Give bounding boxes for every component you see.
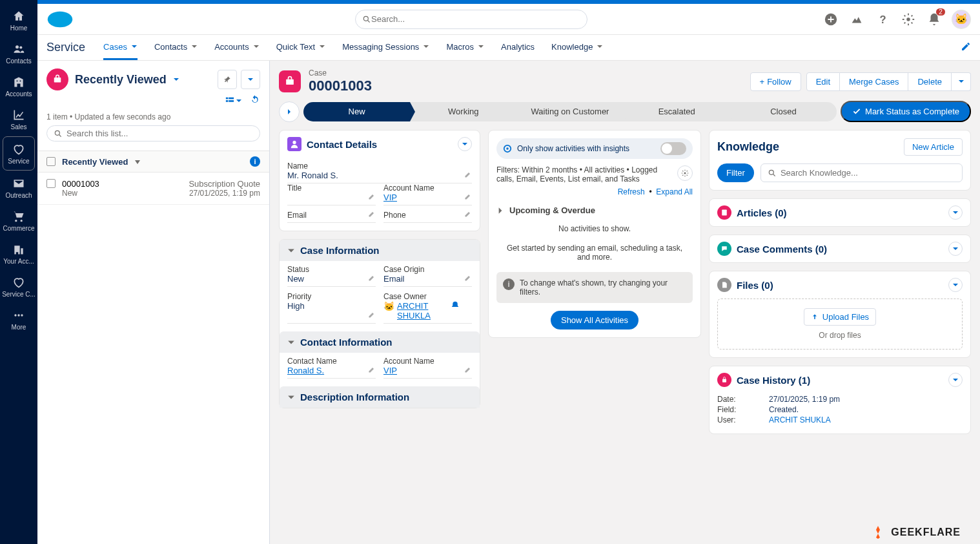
tab-contacts[interactable]: Contacts: [154, 36, 198, 60]
add-icon[interactable]: [822, 11, 839, 28]
edit-pencil-icon[interactable]: [368, 274, 376, 284]
refresh-link[interactable]: Refresh: [618, 187, 645, 196]
upload-files-button[interactable]: Upload Files: [804, 308, 876, 326]
edit-button[interactable]: Edit: [806, 72, 840, 91]
edit-nav-icon[interactable]: [961, 41, 971, 54]
edit-pencil-icon[interactable]: [368, 311, 376, 320]
history-expand-button[interactable]: [948, 373, 963, 387]
mark-complete-button[interactable]: Mark Status as Complete: [841, 101, 971, 122]
svg-point-3: [17, 314, 19, 316]
filters-gear-icon[interactable]: [677, 165, 693, 181]
edit-pencil-icon[interactable]: [464, 210, 472, 220]
help-icon[interactable]: ?: [874, 11, 891, 28]
files-icon: [717, 278, 731, 292]
vnav-sales[interactable]: Sales: [0, 103, 37, 136]
vnav-more[interactable]: More: [0, 303, 37, 336]
knowledge-search-input[interactable]: [777, 164, 955, 182]
vnav-home[interactable]: Home: [0, 4, 37, 37]
trailhead-icon[interactable]: [848, 11, 865, 28]
description-info-header[interactable]: Description Information: [280, 386, 480, 408]
path-working[interactable]: Working: [410, 102, 516, 121]
path-closed[interactable]: Closed: [730, 102, 837, 121]
contact-name-link[interactable]: Ronald S.: [287, 366, 324, 375]
search-icon: [362, 15, 371, 24]
merge-button[interactable]: Merge Cases: [840, 72, 908, 91]
more-actions-button[interactable]: [952, 72, 971, 91]
salesforce-logo[interactable]: [46, 10, 74, 29]
setup-gear-icon[interactable]: [900, 11, 917, 28]
new-article-button[interactable]: New Article: [904, 138, 963, 156]
file-drop-zone[interactable]: Upload Files Or drop files: [717, 298, 963, 350]
edit-pencil-icon[interactable]: [464, 193, 472, 202]
account-link-2[interactable]: VIP: [383, 366, 397, 375]
tab-accounts[interactable]: Accounts: [214, 36, 259, 60]
contact-info-header[interactable]: Contact Information: [280, 331, 480, 353]
list-item[interactable]: 00001003 New Subscription Quote 27/01/20…: [37, 173, 269, 205]
edit-pencil-icon[interactable]: [368, 193, 376, 202]
vnav-youracc[interactable]: Your Acc...: [0, 237, 37, 270]
articles-expand-button[interactable]: [948, 205, 963, 220]
tab-knowledge[interactable]: Knowledge: [551, 36, 603, 60]
knowledge-search[interactable]: [761, 163, 963, 182]
case-info-header[interactable]: Case Information: [280, 240, 480, 261]
user-avatar[interactable]: 🐱: [952, 10, 971, 29]
list-search-input[interactable]: [66, 129, 253, 138]
comments-title[interactable]: Case Comments (0): [737, 244, 827, 255]
show-all-activities-button[interactable]: Show All Activities: [551, 311, 638, 330]
delete-button[interactable]: Delete: [908, 72, 952, 91]
insights-toggle[interactable]: [660, 142, 686, 155]
history-user-link[interactable]: ARCHIT SHUKLA: [769, 415, 831, 424]
edit-pencil-icon[interactable]: [368, 210, 376, 220]
global-search[interactable]: [355, 10, 587, 29]
history-title[interactable]: Case History (1): [737, 375, 810, 386]
display-as-button[interactable]: [225, 96, 242, 105]
select-all-checkbox[interactable]: [46, 157, 56, 166]
articles-title[interactable]: Articles (0): [737, 207, 787, 218]
pin-button[interactable]: [218, 70, 237, 89]
notification-bell-icon[interactable]: 2: [926, 11, 943, 28]
contact-icon: [287, 137, 301, 151]
list-search[interactable]: [46, 125, 260, 141]
edit-pencil-icon[interactable]: [464, 171, 472, 180]
list-column-header[interactable]: Recently Viewed i: [37, 151, 269, 173]
tab-analytics[interactable]: Analytics: [501, 36, 535, 60]
files-title[interactable]: Files (0): [737, 280, 773, 291]
tab-messaging[interactable]: Messaging Sessions: [342, 36, 429, 60]
path-waiting[interactable]: Waiting on Customer: [516, 102, 623, 121]
account-link[interactable]: VIP: [383, 193, 397, 202]
sort-arrow-icon: [134, 158, 141, 165]
vnav-service[interactable]: Service: [3, 137, 34, 170]
vnav-servicec[interactable]: Service C...: [0, 270, 37, 303]
svg-point-21: [769, 170, 773, 174]
expand-all-link[interactable]: Expand All: [656, 187, 693, 196]
tab-macros[interactable]: Macros: [446, 36, 484, 60]
tab-quicktext[interactable]: Quick Text: [276, 36, 325, 60]
list-actions-button[interactable]: [241, 70, 260, 89]
edit-pencil-icon[interactable]: [464, 274, 472, 284]
upcoming-section[interactable]: Upcoming & Overdue: [496, 202, 693, 219]
follow-button[interactable]: +Follow: [750, 72, 801, 91]
vnav-accounts[interactable]: Accounts: [0, 70, 37, 103]
knowledge-filter-button[interactable]: Filter: [717, 163, 754, 182]
edit-pencil-icon[interactable]: [464, 366, 472, 375]
edit-pencil-icon[interactable]: [368, 366, 376, 375]
path-escalated[interactable]: Escalated: [624, 102, 730, 121]
refresh-button[interactable]: [250, 94, 260, 107]
vnav-contacts[interactable]: Contacts: [0, 37, 37, 70]
row-checkbox[interactable]: [46, 179, 56, 188]
list-view-name[interactable]: Recently Viewed: [75, 73, 167, 87]
comments-expand-button[interactable]: [948, 242, 963, 256]
contact-details-title: Contact Details: [307, 139, 377, 150]
list-dropdown-icon[interactable]: [173, 76, 179, 83]
path-collapse-button[interactable]: [279, 101, 300, 122]
files-expand-button[interactable]: [948, 278, 963, 292]
owner-link[interactable]: ARCHIT SHUKLA: [397, 301, 449, 320]
contact-expand-button[interactable]: [458, 137, 472, 151]
search-input[interactable]: [371, 14, 580, 24]
path-new[interactable]: New: [303, 102, 410, 121]
vnav-commerce[interactable]: Commerce: [0, 204, 37, 237]
tab-cases[interactable]: Cases: [103, 36, 138, 60]
notification-count: 2: [936, 8, 945, 16]
vnav-outreach[interactable]: Outreach: [0, 171, 37, 204]
info-icon[interactable]: i: [250, 156, 260, 167]
